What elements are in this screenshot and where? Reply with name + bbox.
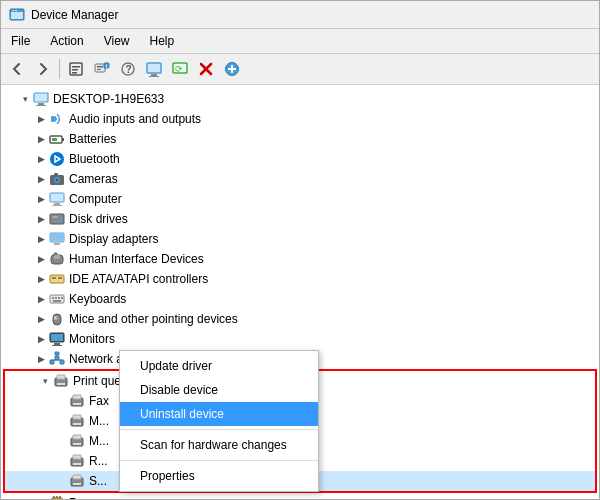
batteries-expand[interactable]: ▶ [33, 131, 49, 147]
cameras-expand[interactable]: ▶ [33, 171, 49, 187]
context-scan-hardware[interactable]: Scan for hardware changes [120, 433, 318, 457]
svg-rect-16 [151, 74, 157, 76]
tree-item-hid[interactable]: ▶ Human Interface Devices [1, 249, 599, 269]
menu-action[interactable]: Action [40, 31, 93, 51]
svg-rect-89 [73, 475, 81, 479]
disk-expand[interactable]: ▶ [33, 211, 49, 227]
audio-icon [49, 111, 65, 127]
tree-item-keyboards[interactable]: ▶ Keyboards [1, 289, 599, 309]
print-queues-expand[interactable]: ▾ [37, 373, 53, 389]
tree-item-ide[interactable]: ▶ IDE ATA/ATAPI controllers [1, 269, 599, 289]
batteries-icon [49, 131, 65, 147]
context-disable-device[interactable]: Disable device [120, 378, 318, 402]
content-area: ▾ DESKTOP-1H9E633 ▶ [1, 85, 599, 499]
hid-icon [49, 251, 65, 267]
svg-rect-27 [36, 105, 46, 106]
tree-item-display[interactable]: ▶ Display adapters [1, 229, 599, 249]
svg-rect-5 [72, 66, 80, 68]
svg-rect-63 [54, 343, 60, 345]
root-expand[interactable]: ▾ [17, 91, 33, 107]
printer-m2-label: M... [89, 434, 109, 448]
update-driver-button[interactable]: i [90, 57, 114, 81]
svg-rect-7 [72, 72, 77, 74]
cameras-icon [49, 171, 65, 187]
display-expand[interactable]: ▶ [33, 231, 49, 247]
monitors-expand[interactable]: ▶ [33, 331, 49, 347]
context-menu: Update driver Disable device Uninstall d… [119, 350, 319, 492]
ide-expand[interactable]: ▶ [33, 271, 49, 287]
tree-item-processors[interactable]: ▶ Proce... [1, 493, 599, 499]
back-button[interactable] [5, 57, 29, 81]
processors-expand[interactable]: ▶ [33, 495, 49, 499]
menu-help[interactable]: Help [140, 31, 185, 51]
processors-label: Proce... [69, 496, 110, 499]
context-uninstall-device[interactable]: Uninstall device [120, 402, 318, 426]
network-expand[interactable]: ▶ [33, 351, 49, 367]
svg-rect-62 [51, 334, 63, 341]
disk-icon [49, 211, 65, 227]
hid-expand[interactable]: ▶ [33, 251, 49, 267]
context-properties[interactable]: Properties [120, 464, 318, 488]
audio-expand[interactable]: ▶ [33, 111, 49, 127]
menu-file[interactable]: File [1, 31, 40, 51]
computer-expand[interactable]: ▶ [33, 191, 49, 207]
printer-m1-label: M... [89, 414, 109, 428]
ide-icon [49, 271, 65, 287]
svg-rect-60 [54, 316, 56, 320]
fax-expand [53, 393, 69, 409]
add-button[interactable] [220, 57, 244, 81]
tree-item-disk[interactable]: ▶ Disk drives [1, 209, 599, 229]
monitors-label: Monitors [69, 332, 115, 346]
bluetooth-label: Bluetooth [69, 152, 120, 166]
svg-rect-28 [51, 116, 55, 122]
ide-label: IDE ATA/ATAPI controllers [69, 272, 208, 286]
ps-expand [53, 473, 69, 489]
svg-text:⟳: ⟳ [175, 64, 183, 74]
tree-item-cameras[interactable]: ▶ Cameras [1, 169, 599, 189]
svg-rect-41 [52, 216, 58, 218]
svg-rect-73 [57, 375, 65, 379]
scan-hardware-button[interactable]: ⟳ [168, 57, 192, 81]
tree-item-computer[interactable]: ▶ Computer [1, 189, 599, 209]
tree-item-batteries[interactable]: ▶ Batteries [1, 129, 599, 149]
window-icon [9, 7, 25, 23]
svg-rect-83 [73, 435, 81, 439]
svg-point-35 [56, 179, 59, 182]
properties-button[interactable] [64, 57, 88, 81]
window-title: Device Manager [31, 8, 118, 22]
keyboards-icon [49, 291, 65, 307]
mice-label: Mice and other pointing devices [69, 312, 238, 326]
svg-rect-91 [52, 498, 62, 499]
menu-view[interactable]: View [94, 31, 140, 51]
svg-rect-75 [64, 380, 66, 382]
keyboards-expand[interactable]: ▶ [33, 291, 49, 307]
forward-button[interactable] [31, 57, 55, 81]
svg-rect-65 [50, 360, 54, 364]
fax-label: Fax [89, 394, 109, 408]
printer-m1-icon [69, 413, 85, 429]
printer-r-icon [69, 453, 85, 469]
svg-rect-80 [73, 415, 81, 419]
tree-item-audio[interactable]: ▶ Audio inputs and outputs [1, 109, 599, 129]
hid-label: Human Interface Devices [69, 252, 204, 266]
tree-item-bluetooth[interactable]: ▶ Bluetooth [1, 149, 599, 169]
pm2-expand [53, 433, 69, 449]
mice-expand[interactable]: ▶ [33, 311, 49, 327]
fax-icon [69, 393, 85, 409]
svg-rect-37 [50, 193, 64, 202]
svg-rect-56 [61, 297, 63, 299]
computer-label: Computer [69, 192, 122, 206]
tree-item-monitors[interactable]: ▶ Monitors [1, 329, 599, 349]
svg-rect-66 [55, 356, 59, 360]
tree-root[interactable]: ▾ DESKTOP-1H9E633 [1, 89, 599, 109]
remove-button[interactable] [194, 57, 218, 81]
printer-m2-icon [69, 433, 85, 449]
tree-item-mice[interactable]: ▶ Mice and other pointing devices [1, 309, 599, 329]
display-hidden-button[interactable] [142, 57, 166, 81]
svg-rect-2 [12, 10, 14, 11]
bluetooth-expand[interactable]: ▶ [33, 151, 49, 167]
context-update-driver[interactable]: Update driver [120, 354, 318, 378]
context-separator-2 [120, 460, 318, 461]
svg-rect-86 [73, 455, 81, 459]
help-button[interactable]: ? [116, 57, 140, 81]
